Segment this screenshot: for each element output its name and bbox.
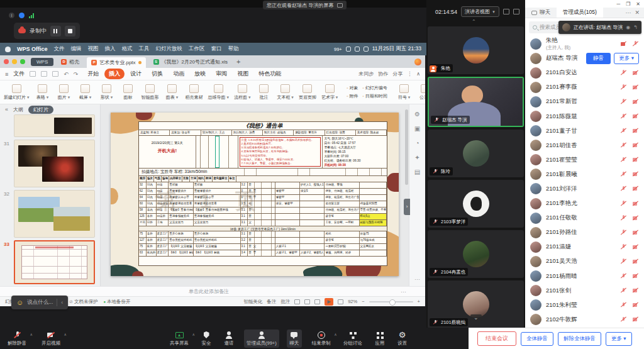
- camera-off-icon[interactable]: [632, 200, 639, 207]
- ribbon-small-button[interactable]: 附件: [347, 93, 358, 99]
- video-tile[interactable]: 朱艳: [428, 26, 524, 74]
- menubar-menu-item[interactable]: 帮助: [228, 45, 239, 53]
- more-tools-icon[interactable]: ···: [414, 276, 420, 282]
- camera-off-icon[interactable]: [632, 128, 639, 135]
- collapse-ribbon-icon[interactable]: ∧: [416, 71, 420, 77]
- quick-chat-placeholder[interactable]: 说点什么...: [27, 299, 53, 306]
- member-row[interactable]: 2101刘洋洋 静音 更多 ▾: [525, 182, 644, 196]
- pause-recording-button[interactable]: [50, 26, 61, 36]
- member-row[interactable]: 2101霍莹莹 静音 更多 ▾: [525, 153, 644, 167]
- ribbon-tab[interactable]: 设计: [126, 69, 146, 79]
- member-row[interactable]: 2101任敬敬 静音 更多 ▾: [525, 211, 644, 225]
- camera-off-icon[interactable]: [632, 98, 639, 105]
- member-row[interactable]: 2101靳晨曦 静音 更多 ▾: [525, 167, 644, 182]
- toolbar-button[interactable]: 应用 ∧: [372, 330, 387, 348]
- docer-tab[interactable]: D稻壳: [57, 57, 84, 67]
- mic-off-icon[interactable]: [620, 273, 627, 280]
- mic-off-icon[interactable]: [620, 157, 627, 163]
- quick-icon[interactable]: [41, 71, 47, 77]
- ribbon-small-button[interactable]: 对象: [347, 85, 358, 91]
- mic-off-icon[interactable]: [620, 113, 627, 120]
- mic-off-icon[interactable]: [620, 171, 627, 178]
- view-normal-icon[interactable]: [294, 299, 300, 304]
- slide-thumbnail-partial[interactable]: [14, 114, 95, 137]
- camera-off-icon[interactable]: [632, 84, 639, 91]
- member-row[interactable]: 朱艳 (主持人, 我) 静音 更多 ▾: [525, 36, 644, 51]
- toolbar-button[interactable]: 安全 ∧: [199, 330, 214, 348]
- zoom-out-button[interactable]: −: [362, 299, 364, 304]
- scroll-videos-down-icon[interactable]: ⌄: [470, 314, 482, 321]
- menubar-menu-item[interactable]: 编辑: [71, 45, 82, 53]
- ribbon-button[interactable]: 艺术字 ▾: [321, 84, 338, 101]
- chat-tab[interactable]: 聊天: [525, 8, 557, 18]
- beautify-button[interactable]: 智能美化: [243, 299, 262, 305]
- ribbon-tab[interactable]: 插入: [104, 69, 125, 79]
- end-meeting-button[interactable]: 结束会议: [477, 331, 516, 346]
- toolbar-button[interactable]: 共享屏幕 ∧: [167, 330, 191, 348]
- emoji-icon[interactable]: ☺: [16, 299, 23, 306]
- close-window-button[interactable]: [4, 59, 9, 64]
- notes-more-icon[interactable]: ···: [401, 289, 406, 295]
- member-row[interactable]: 2101李艳尤 静音 更多 ▾: [525, 196, 644, 211]
- ribbon-tab[interactable]: 切换: [147, 69, 167, 79]
- undo-icon[interactable]: ↶: [64, 71, 69, 77]
- member-row[interactable]: 2101白安达 静音 更多 ▾: [525, 65, 644, 80]
- view-read-icon[interactable]: [314, 299, 320, 304]
- ribbon-button[interactable]: 新建幻灯片 ▾: [4, 84, 29, 101]
- toolbar-button[interactable]: 分组讨论 ∧: [341, 330, 365, 348]
- close-button[interactable]: ✕: [636, 1, 640, 7]
- slideshow-play-button[interactable]: ▶: [325, 298, 333, 306]
- panel-more-icon[interactable]: ···: [625, 9, 635, 16]
- zoom-window-button[interactable]: [20, 59, 25, 64]
- mic-off-icon[interactable]: [620, 287, 627, 294]
- minimize-button[interactable]: ─: [616, 1, 620, 7]
- zoom-slider[interactable]: [369, 301, 413, 302]
- mic-off-icon[interactable]: [620, 243, 627, 250]
- fit-slide-icon[interactable]: [338, 299, 343, 304]
- member-row[interactable]: 2101张剑 静音 更多 ▾: [525, 284, 644, 298]
- member-row[interactable]: 2101赛李薇 静音 更多 ▾: [525, 80, 644, 94]
- toolbar-button[interactable]: 设置 ∧: [395, 330, 410, 348]
- ribbon-button[interactable]: 智能图形 ▾: [141, 84, 158, 101]
- member-row[interactable]: 2101孙路佳 静音 更多 ▾: [525, 225, 644, 240]
- slide-thumbnail-33-selected[interactable]: [14, 240, 95, 284]
- member-row[interactable]: 2101温婕 静音 更多 ▾: [525, 240, 644, 254]
- protect-status[interactable]: 文档未保护: [69, 299, 97, 305]
- menubar-app-name[interactable]: WPS Office: [17, 46, 48, 52]
- camera-off-icon[interactable]: [632, 113, 639, 120]
- slide-thumbnail-31[interactable]: [14, 140, 95, 187]
- ribbon-tab[interactable]: 视图: [233, 69, 253, 79]
- toolbar-button[interactable]: 聊天 ∧: [287, 330, 302, 348]
- camera-off-icon[interactable]: [632, 243, 639, 250]
- camera-off-icon[interactable]: [632, 229, 639, 236]
- toolbar-button[interactable]: 解除静音 ∧: [5, 330, 29, 348]
- video-tile[interactable]: 2103李梦洋: [428, 180, 524, 228]
- wps-account-avatar[interactable]: [414, 58, 421, 65]
- mic-off-icon[interactable]: [620, 69, 627, 76]
- quick-icon[interactable]: [52, 71, 58, 77]
- member-row[interactable]: 2101朱利莹 静音 更多 ▾: [525, 298, 644, 313]
- slide-canvas[interactable]: 第 1 页 《我想》通告单 总监制: 郑余立总策划: 张会军导演/制片人: 王占…: [101, 104, 409, 286]
- chevron-up-icon[interactable]: ∧: [64, 332, 67, 336]
- ribbon-tab[interactable]: 开始: [83, 69, 103, 79]
- camera-off-icon[interactable]: [632, 142, 639, 149]
- ribbon-button[interactable]: 形状 ▾: [98, 84, 114, 101]
- file-menu[interactable]: 文件: [13, 70, 25, 78]
- ribbon-button[interactable]: 截屏 ▾: [77, 84, 93, 101]
- menubar-menu-item[interactable]: 格式: [122, 45, 133, 53]
- camera-off-icon[interactable]: [632, 186, 639, 192]
- toolbar-button[interactable]: 结束录制 ∧: [309, 330, 333, 348]
- notes-bar[interactable]: 单击此处添加备注 ···: [0, 286, 425, 296]
- zoom-in-button[interactable]: +: [418, 299, 420, 304]
- quick-chat-pill[interactable]: ☺ 说点什么... ‹: [11, 296, 68, 309]
- mic-off-icon[interactable]: [620, 316, 627, 323]
- sync-status[interactable]: 未同步: [358, 70, 374, 77]
- member-more-button[interactable]: 更多 ▾: [614, 53, 639, 64]
- menubar-menu-item[interactable]: 视图: [88, 45, 99, 53]
- ribbon-button[interactable]: 表格 ▾: [34, 84, 50, 101]
- camera-off-icon[interactable]: [620, 40, 627, 47]
- new-doc-tab-button[interactable]: +: [236, 58, 240, 65]
- ribbon-button[interactable]: 图表 ▾: [164, 84, 180, 101]
- collapse-chat-icon[interactable]: ‹: [61, 299, 63, 306]
- comment-button[interactable]: 批注: [280, 299, 290, 305]
